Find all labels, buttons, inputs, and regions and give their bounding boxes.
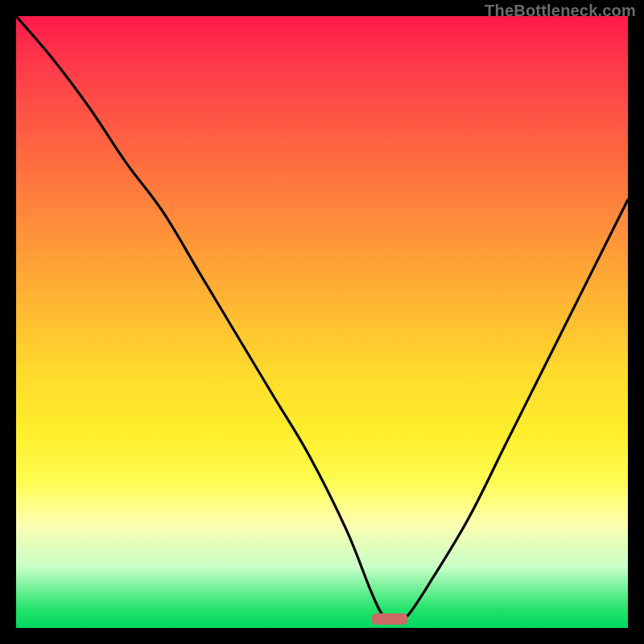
- optimal-marker: [371, 613, 408, 625]
- plot-area: [16, 16, 628, 628]
- chart-container: TheBottleneck.com: [0, 0, 644, 644]
